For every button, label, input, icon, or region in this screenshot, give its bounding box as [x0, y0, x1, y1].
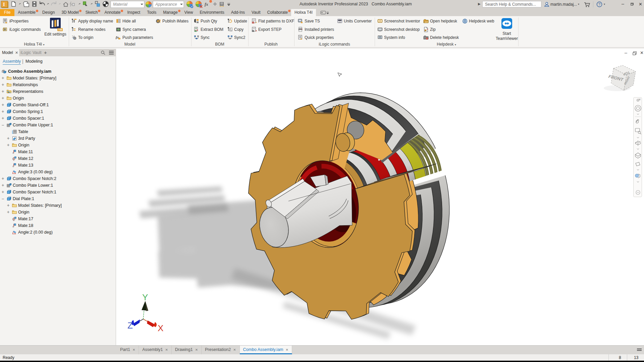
svg-text:I: I [3, 2, 5, 7]
svg-text:XLS: XLS [195, 30, 198, 32]
svg-text:fx: fx [205, 2, 208, 7]
svg-text:Z: Z [127, 320, 133, 330]
svg-text:Y: Y [142, 292, 148, 302]
svg-text:DXF: DXF [252, 22, 255, 23]
svg-text:X: X [158, 323, 163, 332]
svg-text:ZIP: ZIP [425, 30, 427, 31]
svg-text:?: ? [598, 2, 600, 6]
svg-text:Material: Material [113, 2, 127, 7]
svg-text:Appearance: Appearance [155, 2, 177, 7]
svg-text:STP: STP [252, 30, 255, 32]
